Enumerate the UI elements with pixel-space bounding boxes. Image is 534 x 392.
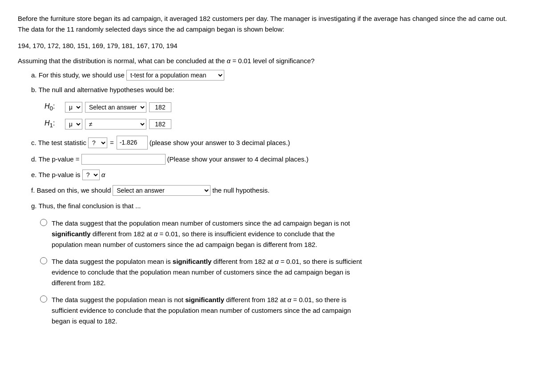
conclusion-option-3: The data suggest the population mean is … — [40, 295, 516, 327]
data-line: 194, 170, 172, 180, 151, 169, 179, 181, … — [18, 42, 516, 49]
conclusion-text-1: The data suggest that the population mea… — [52, 218, 363, 250]
conclusion-option-1: The data suggest that the population mea… — [40, 218, 516, 250]
conclusion-radio-1[interactable] — [40, 219, 47, 226]
h1-mu-select[interactable]: μ x̄ — [65, 119, 82, 129]
part-d: d. The p-value = (Please show your answe… — [31, 153, 516, 165]
part-c-value: -1.826 — [117, 136, 148, 150]
conclusion-text-3: The data suggest the population mean is … — [52, 295, 363, 327]
alpha-question: Assuming that the distribution is normal… — [18, 56, 516, 66]
part-c: c. The test statistic ? t z χ² = -1.826 … — [31, 136, 516, 150]
part-c-stat-select[interactable]: ? t z χ² — [88, 137, 107, 148]
part-f-label: f. Based on this, we should — [31, 184, 111, 196]
part-e: e. The p-value is ? < > = α — [31, 169, 516, 181]
part-c-hint: (please show your answer to 3 decimal pl… — [150, 137, 290, 149]
conclusion-options: The data suggest that the population mea… — [40, 218, 516, 327]
part-c-equals: = — [110, 137, 114, 149]
part-a: a. For this study, we should use t-test … — [31, 69, 516, 81]
h1-row: H1: μ x̄ Select an answer = ≠ < > ≤ ≥ 18… — [44, 119, 516, 129]
part-e-alpha: α — [101, 169, 105, 181]
h0-label: H0: — [44, 102, 62, 112]
problem-intro: Before the furniture store began its ad … — [18, 13, 516, 35]
conclusion-text-2: The data suggest the populaton mean is s… — [52, 256, 363, 288]
h0-operator-select[interactable]: Select an answer = ≠ < > ≤ ≥ — [85, 102, 146, 113]
part-d-input[interactable] — [81, 154, 166, 165]
conclusion-option-2: The data suggest the populaton mean is s… — [40, 256, 516, 288]
part-a-select[interactable]: t-test for a population mean z-test for … — [126, 70, 224, 81]
part-b-label: b. The null and alternative hypotheses w… — [31, 84, 516, 96]
h1-value: 182 — [149, 119, 171, 129]
part-e-select[interactable]: ? < > = — [82, 170, 100, 180]
part-f-select[interactable]: Select an answer reject fail to reject — [113, 185, 210, 196]
h0-mu-select[interactable]: μ x̄ — [65, 102, 82, 113]
h0-row: H0: μ x̄ Select an answer = ≠ < > ≤ ≥ 18… — [44, 102, 516, 113]
part-d-hint: (Please show your answer to 4 decimal pl… — [167, 153, 309, 165]
part-g-label: g. Thus, the final conclusion is that ..… — [31, 200, 516, 212]
conclusion-radio-2[interactable] — [40, 257, 47, 264]
part-c-label: c. The test statistic — [31, 137, 86, 149]
part-f: f. Based on this, we should Select an an… — [31, 184, 516, 196]
h0-value: 182 — [149, 102, 171, 112]
part-e-label: e. The p-value is — [31, 169, 81, 181]
conclusion-radio-3[interactable] — [40, 295, 47, 303]
part-d-label: d. The p-value = — [31, 153, 80, 165]
part-f-suffix: the null hypothesis. — [212, 184, 269, 196]
part-a-label: a. For this study, we should use — [31, 71, 125, 79]
h1-label: H1: — [44, 119, 62, 129]
h1-operator-select[interactable]: Select an answer = ≠ < > ≤ ≥ — [85, 119, 146, 129]
